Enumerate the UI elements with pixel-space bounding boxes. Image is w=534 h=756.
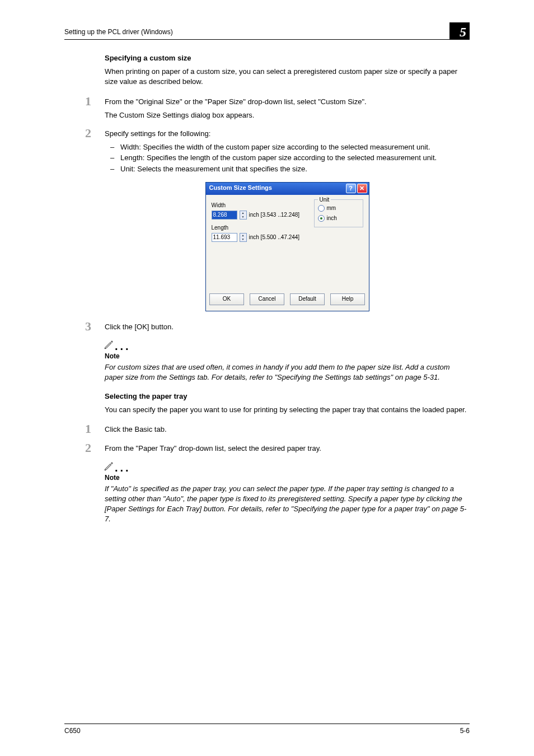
- note-label: Note: [105, 473, 470, 483]
- ok-button[interactable]: OK: [209, 293, 244, 305]
- step-number: 2: [85, 127, 105, 178]
- step: 3 Click the [OK] button.: [85, 320, 470, 335]
- header-rule: [64, 39, 470, 40]
- step-text: The Custom Size Settings dialog box appe…: [105, 110, 470, 120]
- length-range: inch [5.500 ..47.244]: [249, 234, 300, 241]
- section-heading: Selecting the paper tray: [105, 391, 470, 402]
- page-footer: C650 5-6: [64, 724, 470, 736]
- note: ... Note If "Auto" is specified as the p…: [105, 461, 470, 525]
- titlebar-buttons: ? ✕: [346, 184, 367, 193]
- footer-model: C650: [64, 726, 81, 736]
- unit-mm-row[interactable]: mm: [318, 204, 359, 212]
- bullet: Length: Specifies the length of the cust…: [120, 153, 470, 163]
- spin-down-icon[interactable]: ▼: [240, 237, 246, 241]
- footer-row: C650 5-6: [64, 726, 470, 736]
- step-text: From the "Original Size" or the "Paper S…: [105, 97, 470, 107]
- step-text: From the "Paper Tray" drop-down list, se…: [105, 444, 470, 454]
- bullet: Width: Specifies the width of the custom…: [120, 142, 470, 152]
- cancel-button[interactable]: Cancel: [250, 293, 284, 305]
- note-label: Note: [105, 352, 470, 361]
- spin-up-icon[interactable]: ▲: [240, 234, 246, 237]
- unit-mm-label: mm: [327, 204, 336, 212]
- section-heading: Specifying a custom size: [105, 53, 470, 63]
- step-body: From the "Original Size" or the "Paper S…: [105, 95, 470, 124]
- spin-up-icon[interactable]: ▲: [240, 211, 246, 215]
- bullet: Unit: Selects the measurement unit that …: [120, 164, 470, 174]
- ellipsis-icon: ...: [115, 343, 131, 349]
- radio-icon[interactable]: [318, 205, 325, 212]
- section-intro: When printing on paper of a custom size,…: [105, 67, 470, 87]
- page: Setting up the PCL driver (Windows) 5 Sp…: [0, 0, 534, 756]
- width-input[interactable]: 8.268: [212, 211, 237, 220]
- page-header: Setting up the PCL driver (Windows) 5: [64, 22, 470, 39]
- close-icon[interactable]: ✕: [357, 184, 367, 193]
- pen-icon: [104, 340, 114, 350]
- step-number: 1: [85, 95, 105, 124]
- note-text: If "Auto" is specified as the paper tray…: [105, 484, 470, 525]
- running-header: Setting up the PCL driver (Windows): [64, 27, 173, 39]
- help-icon[interactable]: ?: [346, 184, 356, 193]
- step-body: Specify settings for the following: Widt…: [105, 127, 470, 178]
- width-range: inch [3.543 ..12.248]: [249, 211, 300, 219]
- unit-legend: Unit: [318, 196, 331, 204]
- bullet-list: Width: Specifies the width of the custom…: [105, 142, 470, 174]
- help-button[interactable]: Help: [330, 293, 365, 305]
- unit-inch-row[interactable]: inch: [318, 214, 359, 222]
- spin-down-icon[interactable]: ▼: [240, 215, 246, 219]
- step-text: Click the Basic tab.: [105, 424, 470, 435]
- footer-page: 5-6: [460, 726, 470, 736]
- step: 2 Specify settings for the following: Wi…: [85, 127, 470, 178]
- note-head: ...: [104, 461, 470, 472]
- radio-icon[interactable]: [318, 215, 325, 222]
- chapter-tab: 5: [449, 22, 470, 39]
- step: 2 From the "Paper Tray" drop-down list, …: [85, 442, 470, 457]
- step-body: Click the Basic tab.: [105, 423, 470, 438]
- step-text: Specify settings for the following:: [105, 129, 470, 139]
- unit-group: Unit mm inch: [314, 199, 363, 227]
- step: 1 Click the Basic tab.: [85, 423, 470, 438]
- step-body: Click the [OK] button.: [105, 320, 470, 335]
- dialog-titlebar: Custom Size Settings ? ✕: [206, 183, 369, 195]
- pen-icon: [104, 461, 114, 472]
- step-number: 3: [85, 320, 105, 335]
- dialog-screenshot: Custom Size Settings ? ✕ Width 8.268 ▲▼ …: [205, 182, 369, 311]
- content: Specifying a custom size When printing o…: [105, 53, 470, 524]
- note-head: ...: [104, 340, 470, 350]
- dialog-title: Custom Size Settings: [209, 184, 272, 192]
- note: ... Note For custom sizes that are used …: [105, 340, 470, 382]
- step-body: From the "Paper Tray" drop-down list, se…: [105, 442, 470, 457]
- step: 1 From the "Original Size" or the "Paper…: [85, 95, 470, 124]
- default-button[interactable]: Default: [290, 293, 325, 305]
- length-spinner[interactable]: ▲▼: [240, 233, 247, 242]
- section-intro: You can specify the paper you want to us…: [105, 405, 470, 415]
- ellipsis-icon: ...: [115, 464, 131, 471]
- step-text: Click the [OK] button.: [105, 322, 470, 332]
- step-number: 1: [85, 423, 105, 438]
- step-number: 2: [85, 442, 105, 457]
- length-row: 11.693 ▲▼ inch [5.500 ..47.244]: [212, 233, 363, 242]
- note-text: For custom sizes that are used often, it…: [105, 362, 470, 382]
- length-input[interactable]: 11.693: [212, 233, 237, 242]
- custom-size-dialog: Custom Size Settings ? ✕ Width 8.268 ▲▼ …: [205, 182, 369, 311]
- dialog-button-row: OK Cancel Default Help: [206, 290, 369, 311]
- footer-rule: [64, 724, 470, 724]
- dialog-body: Width 8.268 ▲▼ inch [3.543 ..12.248] Len…: [206, 195, 369, 290]
- width-spinner[interactable]: ▲▼: [240, 211, 247, 220]
- unit-inch-label: inch: [327, 214, 337, 222]
